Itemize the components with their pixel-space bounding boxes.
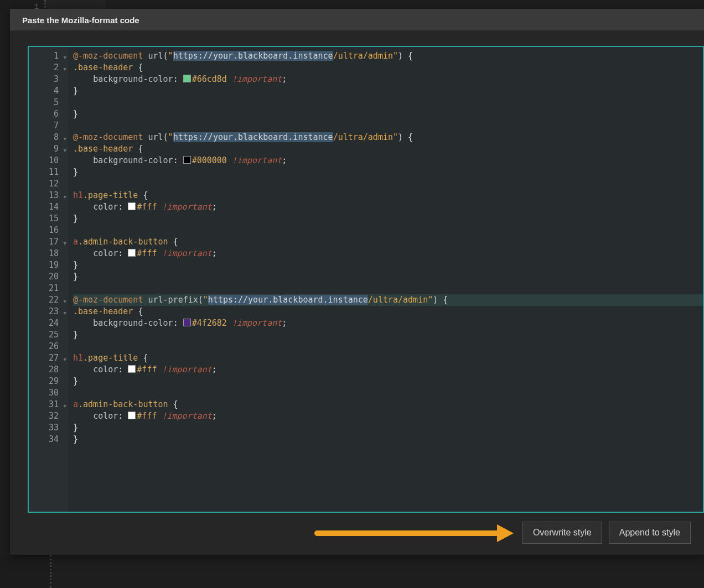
token-color: #fff: [137, 411, 157, 421]
code-line[interactable]: [73, 97, 703, 108]
token-punc: {: [408, 51, 413, 61]
token-punc: }: [73, 167, 78, 177]
code-line[interactable]: .base-header {: [73, 143, 703, 155]
gutter-line: 31▼: [29, 399, 69, 410]
code-editor[interactable]: 1▼2▼345678▼9▼10111213▼14151617▼181920212…: [28, 46, 704, 513]
token-punc: (: [163, 132, 168, 142]
gutter-line: 22▼: [29, 294, 69, 306]
code-line[interactable]: [73, 178, 703, 190]
append-to-style-button[interactable]: Append to style: [609, 522, 691, 544]
gutter-line: 27▼: [29, 352, 69, 364]
code-line[interactable]: color: #fff !important;: [73, 364, 703, 376]
code-line[interactable]: [73, 283, 703, 294]
token-prop: background-color: [93, 318, 173, 328]
token-punc: :: [118, 202, 128, 212]
token-imp: !important: [162, 365, 212, 374]
code-line[interactable]: background-color: #66cd8d !important;: [73, 74, 703, 85]
code-line[interactable]: h1.page-title {: [73, 352, 703, 364]
gutter-line: 23▼: [29, 306, 69, 318]
gutter-line: 3: [29, 74, 69, 85]
token-string: https://: [208, 295, 248, 305]
color-swatch-icon[interactable]: [183, 319, 191, 326]
token-string: https://: [173, 132, 213, 142]
code-line[interactable]: }: [73, 422, 703, 434]
code-line[interactable]: .base-header {: [73, 62, 703, 74]
token-color: #66cd8d: [192, 74, 227, 84]
gutter-line: 19: [29, 259, 69, 271]
gutter-line: 21: [29, 283, 69, 294]
gutter-line: 32: [29, 410, 69, 422]
color-swatch-icon[interactable]: [183, 156, 191, 164]
code-line[interactable]: }: [73, 213, 703, 225]
token-prop: background-color: [93, 74, 173, 84]
code-line[interactable]: [73, 387, 703, 399]
code-line[interactable]: }: [73, 166, 703, 178]
color-swatch-icon[interactable]: [128, 249, 136, 257]
token-punc: }: [73, 109, 78, 119]
token-punc: ;: [212, 365, 217, 374]
dialog-button-row: Overwrite style Append to style: [28, 513, 704, 549]
gutter-line: 33: [29, 422, 69, 434]
token-punc: ;: [212, 248, 217, 258]
token-prop: background-color: [93, 155, 173, 165]
code-line[interactable]: }: [73, 108, 703, 120]
code-line[interactable]: a.admin-back-button {: [73, 236, 703, 248]
code-line[interactable]: color: #fff !important;: [73, 248, 703, 259]
token-sel-class: .base-header: [73, 144, 133, 154]
gutter-line: 18: [29, 248, 69, 259]
color-swatch-icon[interactable]: [128, 202, 136, 210]
paste-mozilla-dialog: Paste the Mozilla-format code 1▼2▼345678…: [10, 9, 704, 555]
token-sel-tag: h1: [73, 353, 83, 363]
token-sel-tag: a: [73, 399, 78, 409]
token-punc: }: [73, 260, 78, 270]
token-punc: }: [73, 214, 78, 223]
code-line[interactable]: }: [73, 329, 703, 341]
color-swatch-icon[interactable]: [183, 75, 191, 82]
token-punc: {: [138, 306, 143, 316]
token-punc: ;: [282, 74, 287, 84]
token-punc: }: [73, 434, 78, 444]
gutter-line: 13▼: [29, 190, 69, 201]
token-punc: ): [398, 51, 403, 61]
code-line[interactable]: [73, 341, 703, 352]
code-line[interactable]: }: [73, 434, 703, 445]
code-line[interactable]: @-moz-document url("https://your.blackbo…: [73, 132, 703, 143]
code-line[interactable]: }: [73, 259, 703, 271]
code-line[interactable]: }: [73, 271, 703, 283]
code-line[interactable]: @-moz-document url-prefix("https://your.…: [73, 294, 703, 306]
code-line[interactable]: }: [73, 376, 703, 387]
token-punc: ): [398, 132, 403, 142]
code-line[interactable]: h1.page-title {: [73, 190, 703, 201]
code-line[interactable]: }: [73, 85, 703, 97]
color-swatch-icon[interactable]: [128, 365, 136, 373]
code-line[interactable]: [73, 120, 703, 132]
code-line[interactable]: a.admin-back-button {: [73, 399, 703, 410]
token-punc: {: [173, 399, 178, 409]
code-line[interactable]: background-color: #4f2682 !important;: [73, 318, 703, 329]
gutter-line: 11: [29, 166, 69, 178]
token-string: your.blackboard.instance: [213, 132, 333, 142]
annotation-arrow-icon: [314, 526, 514, 539]
code-line[interactable]: background-color: #000000 !important;: [73, 155, 703, 166]
token-string: ": [168, 132, 173, 142]
token-imp: !important: [162, 248, 212, 258]
code-line[interactable]: @-moz-document url("https://your.blackbo…: [73, 50, 703, 62]
code-line[interactable]: color: #fff !important;: [73, 201, 703, 213]
code-line[interactable]: color: #fff !important;: [73, 410, 703, 422]
editor-gutter: 1▼2▼345678▼9▼10111213▼14151617▼181920212…: [29, 47, 69, 512]
token-prop: color: [93, 365, 118, 374]
token-punc: }: [73, 86, 78, 96]
color-swatch-icon[interactable]: [128, 412, 136, 419]
gutter-line: 28: [29, 364, 69, 376]
gutter-line: 14: [29, 201, 69, 213]
token-punc: ): [433, 295, 438, 305]
editor-code-area[interactable]: @-moz-document url("https://your.blackbo…: [69, 47, 703, 512]
code-line[interactable]: [73, 225, 703, 236]
code-line[interactable]: .base-header {: [73, 306, 703, 318]
overwrite-style-button[interactable]: Overwrite style: [522, 522, 602, 544]
token-prop: color: [93, 248, 118, 258]
token-sel-tag: a: [73, 237, 78, 247]
token-fn: url-prefix: [148, 295, 198, 305]
token-string: ": [393, 51, 398, 61]
token-color: #fff: [137, 248, 157, 258]
